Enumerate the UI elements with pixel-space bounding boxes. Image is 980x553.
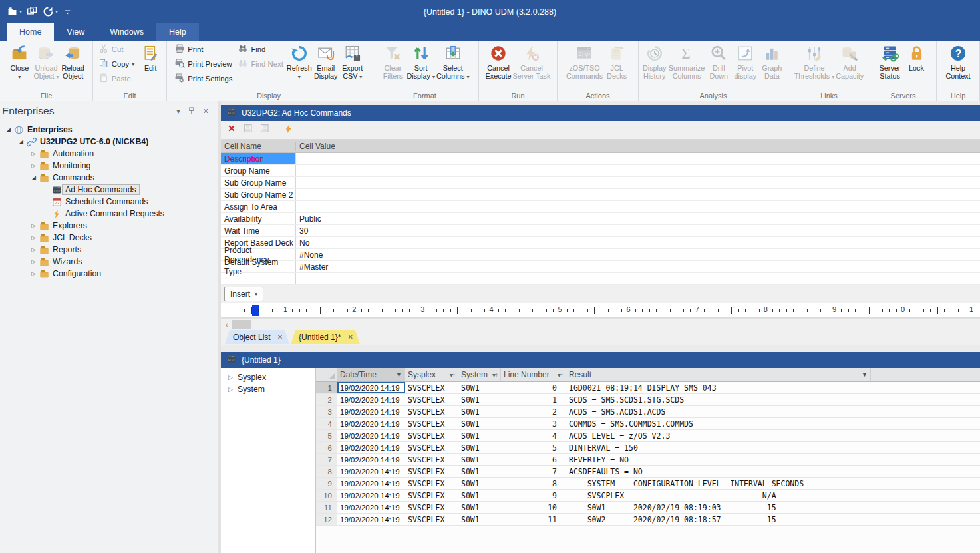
cell-name[interactable]: Group Name [221,165,296,176]
insert-button[interactable]: Insert ▾ [224,287,263,301]
cell-value[interactable]: #Master [296,262,980,272]
ribbon-toggle-button[interactable] [63,7,73,17]
tree-item-commands[interactable]: ◢Commands [0,172,218,184]
cell-line-number[interactable]: 11 [501,514,566,525]
property-row-assign-to-area[interactable]: Assign To Area [221,201,980,213]
property-row-wait-time[interactable]: Wait Time30 [221,225,980,237]
expander-collapsed-icon[interactable]: ▷ [29,258,38,265]
sort-display-button[interactable]: SortDisplay ▾ [406,41,435,91]
cell-result[interactable]: ACDS LEVEL = z/OS V2.3 [566,430,980,441]
ribbon-tab-help[interactable]: Help [156,23,199,41]
cell-name[interactable]: Description [221,153,296,164]
cell-line-number[interactable]: 10 [501,502,566,513]
panel-pin-icon[interactable] [188,107,195,116]
tab-close-icon[interactable]: ✕ [277,333,283,341]
tree-item-explorers[interactable]: ▷Explorers [0,220,218,232]
cell-result[interactable]: ACDS = SMS.ACDS1.ACDS [566,406,980,417]
expander-expanded-icon[interactable]: ◢ [17,138,25,145]
cell-system[interactable]: S0W1 [458,382,501,393]
find-next-button[interactable]: Find Next [238,58,283,70]
cell-result[interactable]: IGD002I 08:19:14 DISPLAY SMS 043 [566,382,980,393]
tree-item-jcl-decks[interactable]: ▷JCL Decks [0,232,218,244]
paste-button[interactable]: Paste [98,73,134,85]
panel-close-icon[interactable]: ✕ [203,107,209,116]
cell-datetime[interactable]: 19/02/2020 14:19 [337,454,405,465]
cell-line-number[interactable]: 4 [501,430,566,441]
document-tab-untitled-1[interactable]: {Untitled 1}*✕ [291,330,360,344]
summarize-columns-button[interactable]: ΣSummarizeColumns [668,41,706,91]
result-tree-item-system[interactable]: ▷System [221,383,315,395]
horizontal-scrollbar[interactable]: ‹ [221,318,980,330]
property-row-sub-group-name[interactable]: Sub Group Name [221,177,980,189]
cell-result[interactable]: SYSTEM CONFIGURATION LEVEL INTERVAL SECO… [566,478,980,489]
lock-button[interactable]: Lock [903,41,930,91]
tree-item-automation[interactable]: ▷Automation [0,148,218,160]
cell-sysplex[interactable]: SVSCPLEX [405,514,458,525]
cell-datetime[interactable]: 19/02/2020 14:19 [337,442,405,453]
cell-system[interactable]: S0W1 [458,430,501,441]
clear-filters-button[interactable]: ClearFilters [379,41,406,91]
cell-sysplex[interactable]: SVSCPLEX [405,418,458,429]
cell-result[interactable]: SVSCPLEX ---------- -------- N/A [566,490,980,501]
cell-system[interactable]: S0W1 [458,502,501,513]
property-row-report-based-deck[interactable]: Report Based DeckNo [221,237,980,249]
cell-datetime[interactable]: 19/02/2020 14:19 [337,406,405,417]
tree-item-u32upg2-utc-6-0-nickb4[interactable]: ◢U32UPG2 UTC-6.0 (NICKB4) [0,136,218,148]
row-number[interactable]: 2 [316,394,337,405]
select-columns-button[interactable]: SelectColumns ▾ [436,41,470,91]
tree-item-ad-hoc-commands[interactable]: C:\>Ad Hoc Commands [0,184,218,196]
reload-object-button[interactable]: ReloadObject [60,41,86,91]
cell-datetime[interactable]: 19/02/2020 14:19 [337,430,405,441]
row-number[interactable]: 6 [316,442,337,453]
cell-line-number[interactable]: 3 [501,418,566,429]
cell-system[interactable]: S0W1 [458,454,501,465]
cell-sysplex[interactable]: SVSCPLEX [405,394,458,405]
expander-collapsed-icon[interactable]: ▷ [29,222,38,229]
cell-line-number[interactable]: 5 [501,442,566,453]
property-row-sub-group-name-2[interactable]: Sub Group Name 2 [221,189,980,201]
ribbon-tab-windows[interactable]: Windows [97,23,156,41]
sort-ascending-icon[interactable]: ▾↑ [492,371,498,379]
delete-button[interactable] [228,124,238,136]
cell-system[interactable]: S0W1 [458,466,501,477]
cell-result[interactable]: REVERIFY = NO [566,454,980,465]
cell-result[interactable]: ACSDEFAULTS = NO [566,466,980,477]
email-display-button[interactable]: EmailDisplay [313,41,339,91]
row-number[interactable]: 12 [316,514,337,525]
cell-result[interactable]: COMMDS = SMS.COMMDS1.COMMDS [566,418,980,429]
row-number[interactable]: 4 [316,418,337,429]
cell-datetime[interactable]: 19/02/2020 14:19 [337,394,405,405]
cell-datetime[interactable]: 19/02/2020 14:19 [337,466,405,477]
cell-value[interactable]: Public [296,214,980,224]
expander-collapsed-icon[interactable]: ▷ [29,150,38,157]
cell-sysplex[interactable]: SVSCPLEX [405,430,458,441]
print-button[interactable]: Print [174,43,232,55]
cell-datetime[interactable]: 19/02/2020 14:19 [337,502,405,513]
filter-dropdown-icon[interactable]: ▼ [862,371,868,378]
cell-system[interactable]: S0W1 [458,514,501,525]
cell-name[interactable]: Availability [221,213,296,224]
cell-datetime[interactable]: 19/02/2020 14:19 [337,514,405,525]
column-header-system[interactable]: System▾↑ [458,368,501,381]
tree-item-wizards[interactable]: ▷Wizards [0,256,218,268]
cancel-server-task-button[interactable]: CancelServer Task [512,41,552,91]
define-thresholds-button[interactable]: DefineThresholds ▾ [794,41,835,91]
cell-name[interactable]: Sub Group Name 2 [221,189,296,200]
row-number[interactable]: 5 [316,430,337,441]
cell-sysplex[interactable]: SVSCPLEX [405,454,458,465]
cell-line-number[interactable]: 0 [501,382,566,393]
cell-line-number[interactable]: 9 [501,490,566,501]
unload-object-button[interactable]: UnloadObject ▾ [33,41,59,91]
cell-sysplex[interactable]: SVSCPLEX [405,502,458,513]
cell-sysplex[interactable]: SVSCPLEX [405,478,458,489]
server-status-button[interactable]: ServerStatus [877,41,903,91]
tree-item-monitoring[interactable]: ▷Monitoring [0,160,218,172]
export-csv-button[interactable]: ’ExportCSV ▾ [339,41,366,91]
cell-sysplex[interactable]: SVSCPLEX [405,490,458,501]
ribbon-tab-view[interactable]: View [54,23,97,41]
row-number[interactable]: 10 [316,490,337,501]
cell-sysplex[interactable]: SVSCPLEX [405,442,458,453]
close-button[interactable]: Close▾ [6,41,33,91]
expander-expanded-icon[interactable]: ◢ [29,174,38,181]
find-button[interactable]: Find [238,43,283,55]
